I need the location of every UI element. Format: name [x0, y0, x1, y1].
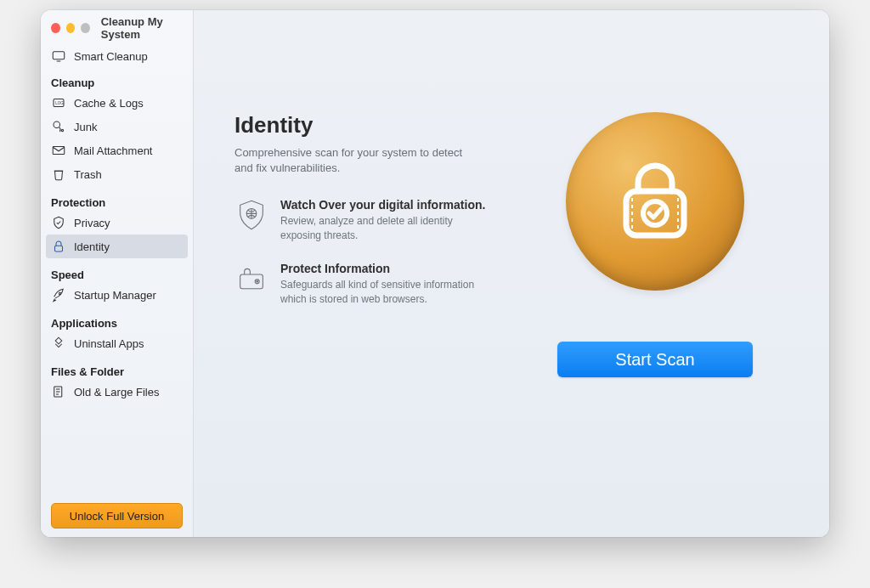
sidebar-section-protection: Protection Privacy Identity	[41, 188, 193, 260]
feature-watch-over: Watch Over your digital information. Rev…	[234, 198, 515, 243]
mail-icon	[51, 143, 66, 158]
sidebar-item-identity[interactable]: Identity	[46, 235, 188, 258]
start-scan-button[interactable]: Start Scan	[557, 342, 753, 377]
sidebar-section-files: Files & Folder Old & Large Files	[41, 357, 193, 405]
sidebar-item-label: Trash	[74, 168, 102, 181]
svg-point-16	[257, 280, 258, 282]
minimize-window-button[interactable]	[66, 23, 76, 33]
shield-globe-icon	[234, 198, 268, 232]
maximize-window-button[interactable]	[81, 23, 90, 33]
svg-point-8	[59, 292, 60, 294]
wallet-lock-icon	[234, 262, 268, 296]
files-icon	[51, 384, 66, 399]
app-window: Cleanup My System Smart Cleanup Cleanup …	[41, 10, 829, 537]
svg-point-4	[54, 122, 60, 128]
sidebar-item-privacy[interactable]: Privacy	[41, 211, 193, 235]
junk-icon	[51, 119, 66, 134]
main-content: Identity Comprehensive scan for your sys…	[194, 10, 829, 537]
apps-icon	[51, 336, 66, 351]
sidebar-item-cache-logs[interactable]: LOG Cache & Logs	[41, 91, 193, 115]
unlock-full-version-button[interactable]: Unlock Full Version	[51, 503, 183, 529]
page-title: Identity	[234, 112, 515, 139]
feature-protect-information: Protect Information Safeguards all kind …	[234, 262, 515, 307]
unlock-button-label: Unlock Full Version	[70, 510, 164, 523]
start-scan-label: Start Scan	[615, 350, 694, 369]
close-window-button[interactable]	[51, 23, 60, 33]
identity-hero-icon	[566, 112, 744, 291]
svg-rect-6	[53, 147, 65, 155]
feature-desc: Review, analyze and delete all identity …	[280, 214, 484, 243]
section-header-applications: Applications	[41, 312, 193, 331]
sidebar-item-old-large-files[interactable]: Old & Large Files	[41, 380, 193, 404]
sidebar-section-applications: Applications Uninstall Apps	[41, 308, 193, 357]
feature-desc: Safeguards all kind of sensitive informa…	[280, 278, 484, 307]
sidebar-item-label: Mail Attachment	[74, 144, 153, 157]
sidebar-item-uninstall-apps[interactable]: Uninstall Apps	[41, 331, 193, 355]
sidebar-item-junk[interactable]: Junk	[41, 115, 193, 139]
section-header-speed: Speed	[41, 263, 193, 283]
svg-text:LOG: LOG	[55, 101, 64, 105]
main-right-column: Start Scan	[515, 112, 795, 503]
section-header-files: Files & Folder	[41, 360, 193, 380]
sidebar-item-label: Old & Large Files	[74, 386, 159, 399]
svg-rect-0	[53, 52, 65, 59]
titlebar: Cleanup My System	[41, 17, 193, 39]
monitor-icon	[51, 48, 66, 64]
window-title: Cleanup My System	[101, 15, 193, 41]
sidebar-item-label: Uninstall Apps	[74, 337, 144, 350]
feature-title: Protect Information	[280, 262, 484, 275]
sidebar-item-label: Smart Cleanup	[74, 50, 148, 63]
sidebar-item-label: Privacy	[74, 217, 110, 229]
sidebar-item-startup-manager[interactable]: Startup Manager	[41, 283, 193, 307]
lock-icon	[51, 239, 66, 254]
section-header-protection: Protection	[41, 191, 193, 211]
rocket-icon	[51, 287, 66, 302]
sidebar-section-speed: Speed Startup Manager	[41, 260, 193, 308]
section-header-cleanup: Cleanup	[41, 71, 193, 91]
sidebar-item-label: Identity	[74, 240, 110, 253]
sidebar-item-label: Junk	[74, 121, 97, 133]
sidebar-item-label: Startup Manager	[74, 289, 156, 302]
sidebar-item-trash[interactable]: Trash	[41, 162, 193, 186]
sidebar-item-label: Cache & Logs	[74, 97, 144, 110]
svg-rect-7	[55, 246, 63, 252]
svg-point-5	[61, 129, 63, 131]
page-subtitle: Comprehensive scan for your system to de…	[234, 145, 481, 176]
trash-icon	[51, 167, 66, 182]
sidebar-item-smart-cleanup[interactable]: Smart Cleanup	[41, 44, 193, 68]
sidebar-item-mail-attachment[interactable]: Mail Attachment	[41, 139, 193, 162]
log-icon: LOG	[51, 95, 66, 110]
shield-icon	[51, 215, 66, 230]
sidebar: Cleanup My System Smart Cleanup Cleanup …	[41, 10, 194, 537]
main-left-column: Identity Comprehensive scan for your sys…	[234, 112, 515, 503]
feature-title: Watch Over your digital information.	[280, 198, 485, 212]
sidebar-section-cleanup: Cleanup LOG Cache & Logs Junk Mail Attac…	[41, 68, 193, 188]
